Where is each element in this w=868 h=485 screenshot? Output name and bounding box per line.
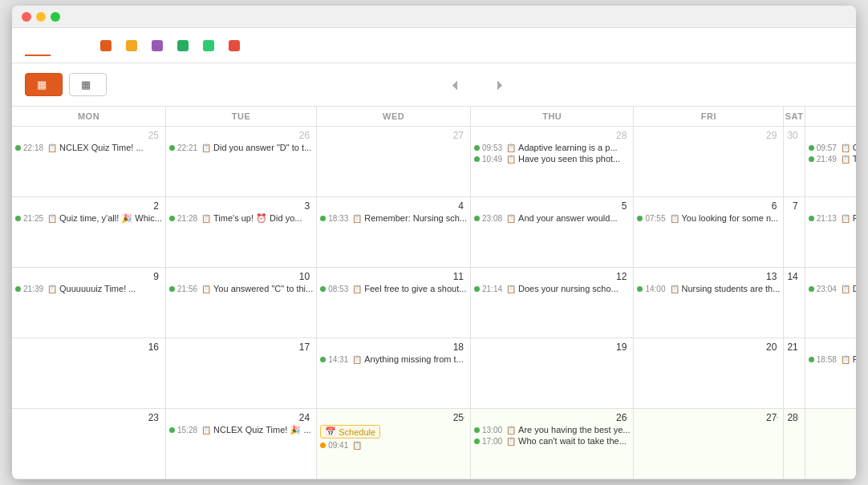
event-dot — [169, 286, 175, 292]
calendar-day-cell[interactable]: 109:57📋Check out this infograp...21:49📋T… — [805, 127, 856, 197]
calendar-day-cell[interactable]: 27→ — [634, 409, 784, 479]
day-number: 22 — [809, 342, 856, 353]
day-number: 8 — [809, 200, 856, 212]
calendar-day-cell[interactable]: 1814:31📋Anything missing from t... — [317, 338, 471, 409]
legend-queued — [152, 40, 166, 51]
calendar-day-cell[interactable]: 221:25📋Quiz time, y'all! 🎉 Whic... — [12, 197, 165, 268]
event-type-icon: 📋 — [352, 285, 362, 293]
event-line[interactable]: 22:18📋NCLEX Quiz Time! ... — [15, 143, 162, 152]
calendar-day-cell[interactable]: 2218:58📋Fill in the blank 🖊 — [805, 338, 856, 409]
event-dot — [474, 156, 480, 162]
event-line[interactable]: 21:25📋Quiz time, y'all! 🎉 Whic... — [15, 213, 162, 224]
event-time: 09:57 — [817, 143, 837, 152]
calendar-day-cell[interactable]: 29 — [634, 127, 784, 197]
calendar-day-cell[interactable]: 1314:00📋Nursing students are th... — [634, 268, 784, 338]
calendar-day-cell[interactable]: 16 — [12, 338, 165, 409]
week-button[interactable]: ▦ — [69, 73, 107, 96]
calendar-day-cell[interactable]: 2809:53📋Adaptive learning is a p...10:49… — [471, 127, 634, 197]
event-line[interactable]: 15:28📋NCLEX Quiz Time! 🎉 ... — [169, 425, 313, 435]
event-line[interactable]: 21:56📋You answered "C" to thi... — [169, 284, 313, 293]
event-line[interactable]: 23:04📋Do you want to work at ... — [809, 284, 856, 293]
event-line[interactable]: 09:41📋 — [320, 441, 467, 450]
calendar-day-cell[interactable]: 1108:53📋Feel free to give a shout... — [317, 268, 471, 338]
calendar-day-cell[interactable]: 607:55📋You looking for some n... — [634, 197, 784, 268]
event-text: And your answer would... — [518, 213, 618, 223]
calendar-day-cell[interactable]: 921:39📋Quuuuuuiz Time! ... — [12, 268, 165, 338]
calendar-day-cell[interactable]: 14 — [784, 268, 805, 338]
day-number: 21 — [787, 342, 801, 353]
event-type-icon: 📋 — [506, 214, 516, 223]
event-dot — [474, 286, 480, 292]
calendar-day-cell[interactable]: 321:28📋Time's up! ⏰ Did yo... — [165, 197, 316, 268]
calendar-day-cell[interactable]: 17 — [165, 338, 316, 409]
calendar-day-cell[interactable]: 1221:14📋Does your nursing scho... — [471, 268, 634, 338]
event-time: 09:41 — [328, 441, 348, 450]
event-line[interactable]: 13:00📋Are you having the best ye... — [474, 425, 630, 434]
event-line[interactable]: 09:53📋Adaptive learning is a p... — [474, 143, 630, 152]
event-line[interactable]: 18:33📋Remember: Nursing sch... — [320, 213, 467, 223]
event-line[interactable]: 17:00📋Who can't wait to take the... — [474, 436, 630, 446]
calendar-day-cell[interactable]: 25→📅Schedule09:41📋 — [317, 409, 471, 479]
event-line[interactable]: 21:13📋For Montana Brown, sh... — [809, 213, 856, 223]
calendar-day-cell[interactable]: 28→ — [784, 409, 805, 479]
event-line[interactable]: 22:21📋Did you answer "D" to t... — [169, 143, 313, 152]
calendar-day-cell[interactable]: 821:13📋For Montana Brown, sh... — [805, 197, 856, 268]
close-button[interactable] — [22, 12, 31, 22]
event-dot — [15, 216, 21, 221]
event-line[interactable]: 21:28📋Time's up! ⏰ Did yo... — [169, 213, 313, 224]
event-type-icon: 📋 — [352, 214, 362, 223]
event-line[interactable]: 21:39📋Quuuuuuiz Time! ... — [15, 284, 162, 293]
calendar-day-cell[interactable]: 21 — [784, 338, 805, 409]
event-line[interactable]: 23:08📋And your answer would... — [474, 213, 630, 223]
event-time: 10:49 — [482, 155, 502, 164]
legend-scheduled — [177, 40, 192, 51]
calendar-day-cell[interactable]: 418:33📋Remember: Nursing sch... — [317, 197, 471, 268]
schedule-badge[interactable]: 📅Schedule — [320, 425, 380, 439]
minimize-button[interactable] — [36, 12, 46, 22]
calendar-day-cell[interactable]: 27 — [317, 127, 471, 197]
event-line[interactable]: 21:49📋This study in the Americ... — [809, 154, 856, 164]
calendar-day-cell[interactable]: 29→ — [805, 409, 856, 479]
event-type-icon: 📋 — [506, 143, 516, 152]
calendar-day-cell[interactable]: 2415:28📋NCLEX Quiz Time! 🎉 ... — [165, 409, 316, 479]
month-button[interactable]: ▦ — [25, 73, 63, 96]
event-line[interactable]: 08:53📋Feel free to give a shout... — [320, 284, 467, 293]
event-text: For Montana Brown, sh... — [853, 213, 856, 223]
event-time: 22:18 — [23, 143, 43, 152]
tab-list[interactable] — [51, 35, 76, 56]
calendar-day-cell[interactable]: 26→13:00📋Are you having the best ye...17… — [471, 409, 634, 479]
day-number: 30 — [787, 130, 801, 141]
event-line[interactable]: 14:00📋Nursing students are th... — [637, 284, 780, 293]
event-type-icon: 📋 — [506, 155, 516, 164]
calendar-day-cell[interactable]: 23 — [12, 409, 165, 479]
event-text: This study in the Americ... — [853, 154, 856, 164]
event-line[interactable]: 21:14📋Does your nursing scho... — [474, 284, 630, 293]
calendar-day-cell[interactable]: 2522:18📋NCLEX Quiz Time! ... — [12, 127, 165, 197]
calendar-day-cell[interactable]: 523:08📋And your answer would... — [471, 197, 634, 268]
maximize-button[interactable] — [51, 12, 60, 22]
day-number: 14 — [787, 271, 801, 282]
event-text: NCLEX Quiz Time! 🎉 ... — [213, 425, 311, 435]
event-line[interactable]: 09:57📋Check out this infograp... — [809, 143, 856, 152]
future-marker-icon: → — [458, 412, 467, 422]
event-time: 17:00 — [482, 437, 502, 446]
schedule-icon: 📅 — [325, 426, 336, 437]
event-time: 21:25 — [23, 214, 43, 223]
prev-button[interactable]: ⏴ — [449, 78, 462, 92]
calendar-day-cell[interactable]: 1021:56📋You answered "C" to thi... — [165, 268, 316, 338]
tab-calendar[interactable] — [25, 35, 51, 56]
calendar-day-cell[interactable]: 20 — [634, 338, 784, 409]
calendar-day-cell[interactable]: 2622:21📋Did you answer "D" to t... — [165, 127, 316, 197]
event-line[interactable]: 14:31📋Anything missing from t... — [320, 354, 467, 364]
next-button[interactable]: ⏵ — [494, 78, 507, 92]
calendar-day-cell[interactable]: 30 — [784, 127, 805, 197]
calendar-day-cell[interactable]: 19 — [471, 338, 634, 409]
calendar-day-cell[interactable]: 7 — [784, 197, 805, 268]
calendar-day-cell[interactable]: 1523:04📋Do you want to work at ... — [805, 268, 856, 338]
event-line[interactable]: 07:55📋You looking for some n... — [637, 213, 780, 223]
day-number: 7 — [787, 200, 801, 212]
event-dot — [474, 216, 480, 221]
event-line[interactable]: 10:49📋Have you seen this phot... — [474, 154, 630, 164]
legend-failed — [229, 40, 243, 51]
event-line[interactable]: 18:58📋Fill in the blank 🖊 — [809, 354, 856, 364]
